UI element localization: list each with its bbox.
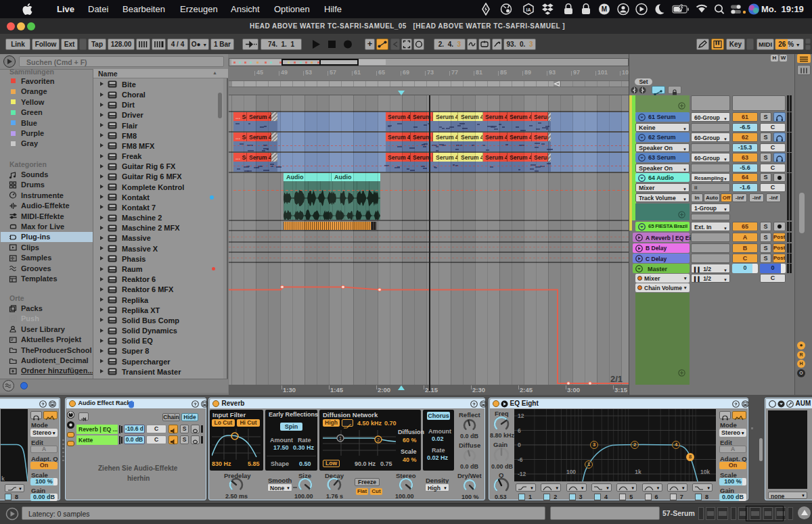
svg-text:IA: IA [526, 7, 531, 12]
svg-text:2: 2 [377, 437, 380, 442]
svg-text:1: 1 [339, 436, 342, 441]
svg-text:100: 100 [566, 469, 576, 475]
svg-text:1k: 1k [635, 469, 641, 475]
svg-text:10k: 10k [700, 469, 710, 475]
svg-text:M: M [602, 5, 607, 13]
